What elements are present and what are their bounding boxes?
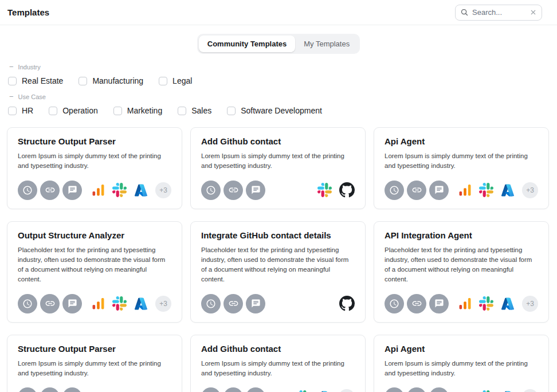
card-description: Lorem Ipsum is simply dummy text of the … [201, 151, 355, 171]
card-description: Lorem Ipsum is simply dummy text of the … [18, 151, 171, 171]
template-card[interactable]: API Integration AgentPlaceholder text fo… [374, 221, 549, 323]
clear-search-button[interactable] [529, 9, 537, 16]
checkbox-icon[interactable] [79, 77, 87, 85]
more-count-badge[interactable]: +3 [522, 389, 538, 392]
clock-icon[interactable] [385, 294, 404, 313]
chat-icon[interactable] [246, 387, 265, 392]
filter-section-title: Industry [18, 64, 41, 70]
more-count-badge[interactable]: +3 [522, 296, 538, 312]
card-footer [18, 387, 171, 392]
more-count-badge[interactable]: +3 [339, 389, 355, 392]
card-title: Output Structure Analyzer [18, 230, 171, 240]
card-description: Lorem Ipsum is simply dummy text of the … [201, 359, 355, 379]
chat-icon[interactable] [62, 181, 82, 200]
template-card[interactable]: Structure Output ParserLorem Ipsum is si… [7, 335, 182, 392]
checkbox-label: Software Development [241, 106, 322, 115]
card-description: Placeholder text for the printing and ty… [201, 245, 355, 285]
chat-icon[interactable] [62, 294, 82, 313]
checkbox-icon[interactable] [113, 107, 122, 115]
link-icon[interactable] [407, 294, 426, 313]
chat-icon[interactable] [429, 294, 449, 313]
clock-icon[interactable] [385, 181, 404, 200]
checkbox-icon[interactable] [8, 107, 17, 115]
checkbox-icon[interactable] [49, 107, 57, 115]
chat-icon[interactable] [246, 294, 265, 313]
minus-icon[interactable]: − [9, 63, 14, 70]
filter-option-legal[interactable]: Legal [159, 76, 192, 85]
card-footer: +3 [385, 387, 538, 392]
checkbox-label: Manufacturing [92, 76, 143, 85]
chat-icon[interactable] [246, 181, 265, 200]
clock-icon[interactable] [18, 294, 37, 313]
clock-icon[interactable] [201, 294, 221, 313]
filter-option-hr[interactable]: HR [8, 106, 33, 115]
search-box[interactable] [455, 5, 542, 21]
filter-option-sales[interactable]: Sales [178, 106, 211, 115]
clock-icon[interactable] [201, 387, 221, 392]
checkbox-icon[interactable] [159, 77, 167, 85]
card-footer: +3 [385, 294, 538, 313]
link-icon[interactable] [40, 294, 60, 313]
filter-option-marketing[interactable]: Marketing [113, 106, 162, 115]
link-icon[interactable] [407, 181, 426, 200]
minus-icon[interactable]: − [9, 93, 14, 100]
template-card[interactable]: Add Github contactLorem Ipsum is simply … [190, 127, 366, 209]
azure-icon [134, 183, 148, 197]
filter-option-real-estate[interactable]: Real Estate [8, 76, 63, 85]
card-integrations: +3 [458, 296, 538, 312]
link-icon[interactable] [223, 387, 243, 392]
link-icon[interactable] [40, 387, 60, 392]
link-icon[interactable] [223, 294, 243, 313]
checkbox-icon[interactable] [227, 107, 236, 115]
clock-icon[interactable] [18, 387, 37, 392]
more-count-badge[interactable]: +3 [155, 296, 171, 312]
template-card[interactable]: Structure Output ParserLorem Ipsum is si… [7, 127, 182, 209]
card-title: Api Agent [385, 136, 538, 146]
link-icon[interactable] [223, 181, 243, 200]
search-input[interactable] [472, 8, 526, 17]
link-icon[interactable] [40, 181, 60, 200]
filter-section-industry: −IndustryReal EstateManufacturingLegal [8, 63, 557, 85]
analytics-bars-icon [92, 297, 105, 310]
template-card[interactable]: Add Github contactLorem Ipsum is simply … [190, 335, 366, 392]
clock-icon[interactable] [18, 181, 37, 200]
filter-section-label: −Use Case [9, 93, 557, 100]
tab-community-templates[interactable]: Community Templates [199, 36, 295, 52]
more-count-badge[interactable]: +3 [155, 182, 171, 198]
card-footer [201, 181, 355, 200]
checkbox-label: Marketing [127, 106, 162, 115]
card-actions [201, 294, 265, 313]
filter-option-manufacturing[interactable]: Manufacturing [79, 76, 143, 85]
clock-icon[interactable] [201, 181, 221, 200]
page-header: Templates [0, 0, 557, 25]
template-card[interactable]: Api AgentLorem Ipsum is simply dummy tex… [374, 127, 549, 209]
azure-icon [501, 297, 515, 311]
more-count-badge[interactable]: +3 [522, 182, 538, 198]
chat-icon[interactable] [62, 387, 82, 392]
github-icon [339, 296, 355, 311]
chat-icon[interactable] [429, 387, 449, 392]
card-footer: +3 [18, 294, 171, 313]
tab-my-templates[interactable]: My Templates [295, 36, 358, 52]
checkbox-label: Legal [172, 76, 192, 85]
card-actions [385, 294, 449, 313]
checkbox-label: HR [22, 106, 33, 115]
tab-group: Community TemplatesMy Templates [197, 34, 360, 54]
card-actions [201, 181, 265, 200]
checkbox-icon[interactable] [8, 77, 17, 85]
search-icon [460, 8, 469, 17]
filter-option-operation[interactable]: Operation [49, 106, 97, 115]
azure-icon [501, 183, 515, 197]
card-description: Lorem Ipsum is simply dummy text of the … [18, 359, 171, 379]
template-card[interactable]: Api AgentLorem Ipsum is simply dummy tex… [374, 335, 549, 392]
clock-icon[interactable] [385, 387, 404, 392]
checkbox-label: Sales [191, 106, 211, 115]
filter-option-software-development[interactable]: Software Development [227, 106, 322, 115]
template-card[interactable]: Output Structure AnalyzerPlaceholder tex… [7, 221, 182, 323]
link-icon[interactable] [407, 387, 426, 392]
card-integrations: +3 [92, 182, 171, 198]
chat-icon[interactable] [429, 181, 449, 200]
checkbox-label: Real Estate [22, 76, 63, 85]
template-card[interactable]: Integrate GitHub contact detailsPlacehol… [190, 221, 366, 323]
checkbox-icon[interactable] [178, 107, 186, 115]
